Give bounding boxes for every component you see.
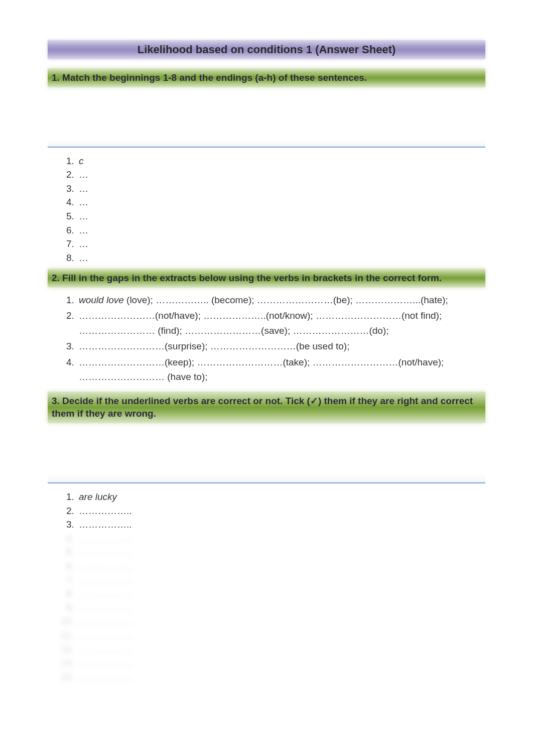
list-item: …………….. bbox=[77, 643, 485, 656]
page-title: Likelihood based on conditions 1 (Answer… bbox=[48, 40, 485, 59]
list-item: … bbox=[77, 210, 485, 223]
list-item: …………….. bbox=[77, 671, 485, 684]
list-item: ……………………(not/have); ………………..(not/know); … bbox=[77, 308, 485, 338]
section3-answer-list-hidden: …………….. …………….. …………….. …………….. …………….. … bbox=[48, 532, 485, 684]
answer-text: c bbox=[79, 156, 84, 166]
gap-text: ………………………(surprise); ………………………(be used t… bbox=[79, 341, 349, 351]
list-item: …………….. bbox=[77, 601, 485, 615]
section2-heading: 2. Fill in the gaps in the extracts belo… bbox=[48, 269, 485, 288]
lead-answer: would love bbox=[79, 295, 124, 305]
answer-text: … bbox=[79, 211, 88, 221]
list-item: ………………………(keep); ………………………(take); ………………… bbox=[77, 355, 485, 385]
answer-text: …………….. bbox=[79, 630, 132, 641]
section1-blank-area bbox=[48, 92, 485, 148]
answer-text: … bbox=[79, 169, 88, 180]
answer-text: …………….. bbox=[79, 575, 132, 585]
list-item: …………….. bbox=[77, 574, 485, 587]
list-item: … bbox=[77, 182, 485, 196]
answer-text: …………….. bbox=[79, 588, 132, 599]
answer-text: … bbox=[79, 197, 88, 207]
answer-text: … bbox=[79, 238, 88, 249]
section3-answer-list: are lucky …………….. …………….. bbox=[48, 490, 485, 532]
answer-text: …………….. bbox=[79, 561, 132, 571]
section1-answer-list: c … … … … … … … bbox=[48, 155, 485, 265]
answer-text: …………….. bbox=[79, 672, 132, 682]
answer-text: … bbox=[79, 253, 88, 263]
section3-heading: 3. Decide if the underlined verbs are co… bbox=[48, 392, 485, 423]
answer-text: are lucky bbox=[79, 491, 117, 502]
list-item: … bbox=[77, 196, 485, 209]
list-item: … bbox=[77, 251, 485, 265]
answer-text: … bbox=[79, 183, 88, 194]
list-item: … bbox=[77, 237, 485, 251]
list-item: are lucky bbox=[77, 490, 485, 504]
answer-text: …………….. bbox=[79, 644, 132, 654]
gap-text: ……………………(not/have); ………………..(not/know); … bbox=[79, 310, 442, 335]
answer-text: …………….. bbox=[79, 616, 132, 626]
list-item: …………….. bbox=[77, 657, 485, 670]
gap-text: ………………………(keep); ………………………(take); ………………… bbox=[79, 357, 444, 382]
list-item: … bbox=[77, 224, 485, 237]
section3-blank-area bbox=[48, 428, 485, 483]
answer-text: …………….. bbox=[79, 533, 132, 544]
answer-text: …………….. bbox=[79, 547, 132, 557]
list-item: …………….. bbox=[77, 560, 485, 573]
answer-text: …………….. bbox=[79, 602, 132, 613]
list-item: …………….. bbox=[77, 518, 485, 532]
answer-text: …………….. bbox=[79, 506, 132, 516]
list-item: …………….. bbox=[77, 629, 485, 643]
section1-heading: 1. Match the beginnings 1-8 and the endi… bbox=[48, 68, 485, 87]
blurred-preview-region: …………….. …………….. …………….. …………….. …………….. … bbox=[48, 532, 485, 684]
list-item: … bbox=[77, 168, 485, 182]
answer-sheet-page: Likelihood based on conditions 1 (Answer… bbox=[0, 0, 533, 756]
list-item: …………….. bbox=[77, 615, 485, 628]
list-item: …………….. bbox=[77, 587, 485, 601]
list-item: would love (love); …………….. (become); ………… bbox=[77, 293, 485, 307]
list-item: ………………………(surprise); ………………………(be used t… bbox=[77, 339, 485, 353]
list-item: …………….. bbox=[77, 532, 485, 546]
answer-text: … bbox=[79, 225, 88, 235]
section2-item-list: would love (love); …………….. (become); ………… bbox=[48, 293, 485, 385]
answer-text: …………….. bbox=[79, 519, 132, 530]
list-item: c bbox=[77, 155, 485, 168]
list-item: …………….. bbox=[77, 505, 485, 518]
gap-text: (love); …………….. (become); ……………………(be); … bbox=[124, 295, 448, 305]
list-item: …………….. bbox=[77, 546, 485, 559]
answer-text: …………….. bbox=[79, 658, 132, 668]
